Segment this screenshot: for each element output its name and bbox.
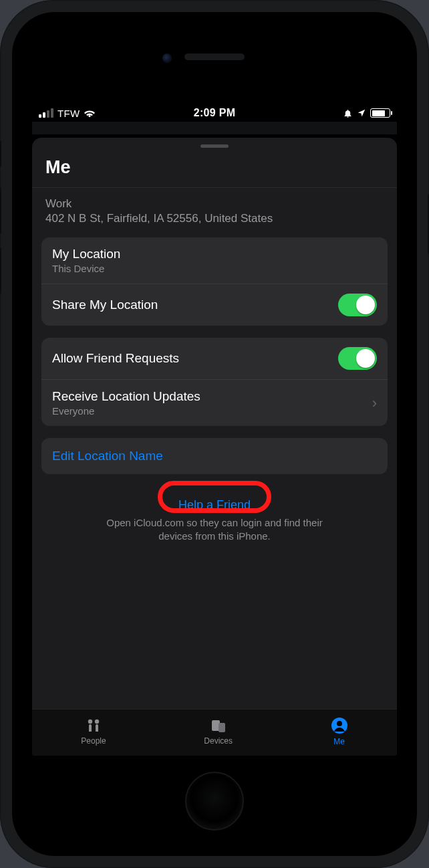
mute-switch[interactable] [0, 140, 1, 167]
share-my-location-title: Share My Location [52, 298, 158, 312]
svg-rect-3 [219, 723, 225, 732]
allow-friend-requests-toggle[interactable] [338, 347, 377, 370]
allow-friend-requests-title: Allow Friend Requests [52, 351, 179, 366]
earpiece-speaker [184, 53, 245, 60]
home-button[interactable] [185, 772, 244, 831]
my-location-sub: This Device [52, 263, 120, 274]
device-frame: TFW 2:09 PM [0, 0, 429, 868]
location-settings-card: My Location This Device Share My Locatio… [41, 237, 388, 326]
tab-devices[interactable]: Devices [204, 718, 233, 746]
receive-updates-sub: Everyone [52, 405, 200, 417]
devices-icon [209, 718, 228, 734]
volume-up-button[interactable] [0, 187, 1, 234]
volume-down-button[interactable] [0, 247, 1, 294]
friend-settings-card: Allow Friend Requests Receive Location U… [41, 338, 388, 426]
tab-me-label: Me [333, 737, 345, 746]
help-a-friend-desc: Open iCloud.com so they can login and fi… [52, 516, 377, 544]
my-location-title: My Location [52, 247, 120, 261]
me-sheet: Me Work 402 N B St, Fairfield, IA 52556,… [32, 138, 397, 756]
allow-friend-requests-row[interactable]: Allow Friend Requests [41, 338, 388, 379]
help-desc-line1: Open iCloud.com so they can login and fi… [106, 517, 323, 528]
tab-me[interactable]: Me [331, 717, 348, 746]
page-title: Me [32, 148, 397, 187]
chevron-right-icon: › [372, 395, 377, 412]
carrier-label: TFW [57, 108, 80, 119]
help-desc-line2: devices from this iPhone. [158, 530, 271, 542]
front-camera [162, 53, 172, 63]
tab-people[interactable]: People [81, 718, 106, 746]
alarm-icon [343, 108, 353, 118]
receive-updates-title: Receive Location Updates [52, 389, 200, 404]
help-a-friend-block: Help a Friend Open iCloud.com so they ca… [32, 486, 397, 544]
person-circle-icon [331, 717, 348, 734]
status-bar: TFW 2:09 PM [32, 99, 397, 122]
signal-bars-icon [39, 108, 53, 118]
location-arrow-icon [357, 108, 366, 118]
screen: TFW 2:09 PM [32, 99, 397, 756]
svg-point-0 [88, 719, 92, 723]
map-background [32, 122, 397, 135]
tab-bar: People Devices Me [32, 709, 397, 756]
share-my-location-toggle[interactable] [338, 294, 377, 316]
current-location-block: Work 402 N B St, Fairfield, IA 52556, Un… [32, 188, 397, 237]
people-icon [84, 718, 104, 734]
annotation-highlight [158, 481, 271, 513]
status-time: 2:09 PM [194, 107, 236, 119]
receive-location-updates-row[interactable]: Receive Location Updates Everyone › [41, 379, 388, 426]
svg-point-1 [95, 719, 99, 723]
my-location-row[interactable]: My Location This Device [41, 237, 388, 284]
spacer [32, 544, 397, 710]
battery-icon [370, 108, 390, 118]
wifi-icon [84, 108, 96, 118]
tab-devices-label: Devices [204, 736, 233, 746]
edit-location-card: Edit Location Name [41, 438, 388, 474]
edit-location-name-label: Edit Location Name [52, 449, 163, 463]
edit-location-name-row[interactable]: Edit Location Name [41, 438, 388, 474]
device-bezel: TFW 2:09 PM [12, 12, 417, 856]
share-my-location-row[interactable]: Share My Location [41, 284, 388, 326]
location-name: Work [45, 197, 384, 211]
tab-people-label: People [81, 736, 106, 746]
svg-point-5 [337, 721, 342, 726]
location-address: 402 N B St, Fairfield, IA 52556, United … [45, 212, 384, 225]
